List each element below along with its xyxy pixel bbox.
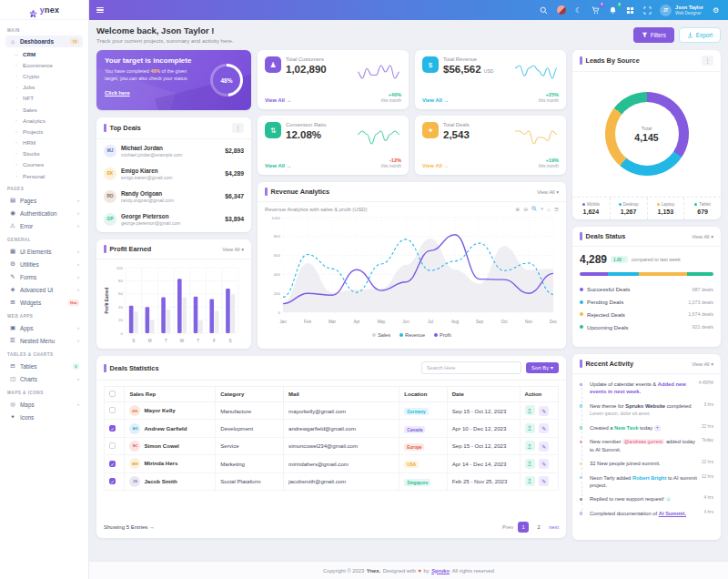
edit-row-button[interactable]: ✎ bbox=[539, 476, 549, 486]
column-header-location[interactable]: Location bbox=[399, 387, 447, 402]
sidebar-item-ui-elements[interactable]: ▦Ui Elements› bbox=[5, 245, 83, 258]
pagination-page-1[interactable]: 1 bbox=[518, 522, 529, 533]
sidebar-item-error[interactable]: ⚠Error› bbox=[5, 219, 83, 232]
target-click-here-link[interactable]: Click here bbox=[105, 90, 130, 96]
export-row-button[interactable] bbox=[525, 405, 535, 415]
activity-item[interactable]: 32 New people joined summit. 22 hrs bbox=[580, 460, 713, 467]
sidebar-subitem-stocks[interactable]: ○Stocks bbox=[12, 148, 83, 159]
reset-home-icon[interactable]: ⌂ bbox=[547, 207, 551, 212]
sidebar-item-advanced-ui[interactable]: ◈Advanced Ui› bbox=[5, 283, 83, 296]
notifications-bell-icon[interactable]: 3 bbox=[608, 5, 618, 15]
stat-view-all-link[interactable]: View All → bbox=[265, 163, 291, 168]
export-row-button[interactable] bbox=[525, 423, 535, 433]
sidebar-item-icons[interactable]: ✦Icons bbox=[5, 411, 83, 423]
sidebar-item-maps[interactable]: ◎Maps› bbox=[5, 398, 83, 411]
activity-item[interactable]: Created a New Task today ✦ 22 hrs bbox=[580, 424, 713, 432]
card-menu-icon[interactable]: ⋮ bbox=[702, 56, 713, 66]
row-checkbox[interactable] bbox=[109, 407, 116, 413]
edit-row-button[interactable]: ✎ bbox=[539, 406, 549, 416]
top-deal-row[interactable]: RO Randy Origoanrandy.origoan@gmail.com … bbox=[96, 185, 251, 208]
legend-item[interactable]: Profit bbox=[434, 332, 451, 338]
edit-row-button[interactable]: ✎ bbox=[539, 442, 549, 452]
fullscreen-icon[interactable] bbox=[642, 5, 652, 15]
zoom-in-icon[interactable]: ⊕ bbox=[515, 207, 520, 212]
legend-item[interactable]: Revenue bbox=[399, 332, 425, 338]
pagination-next[interactable]: next bbox=[549, 524, 559, 530]
column-header-date[interactable]: Date bbox=[447, 387, 520, 402]
sidebar-item-utilities[interactable]: ⚙Utilities› bbox=[5, 258, 83, 270]
export-row-button[interactable] bbox=[525, 459, 535, 469]
activity-item[interactable]: Completed documentation of AI Summit. 4 … bbox=[580, 510, 713, 517]
legend-item[interactable]: Sales bbox=[372, 332, 390, 338]
search-icon[interactable] bbox=[539, 5, 549, 15]
zoom-out-icon[interactable]: ⊖ bbox=[523, 207, 528, 212]
sidebar-subitem-personal[interactable]: ○Personal bbox=[12, 170, 83, 181]
pan-icon[interactable]: ⌖ bbox=[541, 206, 543, 212]
table-search-input[interactable] bbox=[421, 361, 521, 374]
sidebar-subitem-crm[interactable]: —CRM bbox=[12, 48, 83, 59]
sidebar-subitem-courses[interactable]: ○Courses bbox=[12, 159, 83, 170]
cart-icon[interactable]: 5 bbox=[591, 5, 601, 15]
activity-item[interactable]: New theme for Spruko Website completedLo… bbox=[580, 402, 713, 418]
sidebar-subitem-analytics[interactable]: ○Analytics bbox=[12, 115, 83, 126]
sidebar-item-nested-menu[interactable]: ☰Nested Menu› bbox=[5, 334, 83, 347]
card-menu-icon[interactable]: ⋮ bbox=[232, 123, 244, 133]
top-deal-row[interactable]: EK Emigo Kiarenemigo.kiaren@gmail.com $4… bbox=[96, 162, 251, 185]
brand-logo[interactable]: ynex bbox=[0, 0, 88, 20]
menu-toggle-icon[interactable] bbox=[96, 5, 104, 14]
sidebar-item-forms[interactable]: ✎Forms› bbox=[5, 270, 83, 283]
sort-by-button[interactable]: Sort By ▾ bbox=[526, 362, 559, 373]
sidebar-subitem-jobs[interactable]: ○Jobs bbox=[12, 82, 83, 93]
stat-view-all-link[interactable]: View All → bbox=[422, 97, 449, 103]
settings-gear-icon[interactable]: ⚙ bbox=[711, 5, 721, 15]
pagination-prev[interactable]: Prev bbox=[502, 524, 513, 530]
recent-activity-view-all[interactable]: View All ▾ bbox=[692, 361, 713, 367]
pagination-page-2[interactable]: 2 bbox=[533, 522, 544, 533]
sidebar-item-charts[interactable]: ◫Charts› bbox=[5, 372, 83, 385]
vendor-link[interactable]: Spruko bbox=[431, 568, 450, 574]
row-checkbox[interactable]: ✓ bbox=[109, 425, 116, 432]
column-header-mail[interactable]: Mail bbox=[284, 387, 399, 402]
language-flag-icon[interactable] bbox=[556, 5, 566, 15]
apps-grid-icon[interactable] bbox=[625, 5, 635, 15]
top-deal-row[interactable]: MJ Michael Jordanmichael.jordan@example.… bbox=[96, 139, 251, 162]
sidebar-item-tables[interactable]: ⊟Tables3 bbox=[5, 360, 83, 372]
sidebar-item-apps[interactable]: ▣Apps› bbox=[5, 321, 83, 334]
sidebar-item-dashboards[interactable]: ⌂Dashboards12 bbox=[5, 36, 83, 47]
activity-item[interactable]: New member @andreas gurrero added today … bbox=[580, 438, 713, 453]
export-button[interactable]: Export bbox=[679, 27, 721, 43]
select-all-checkbox[interactable] bbox=[109, 391, 116, 397]
activity-item[interactable]: Neon Tarly added Robert Bright to AI sum… bbox=[580, 474, 713, 490]
stat-view-all-link[interactable]: View All → bbox=[422, 163, 449, 168]
sidebar-subitem-sales[interactable]: ○Sales bbox=[12, 104, 83, 115]
edit-row-button[interactable]: ✎ bbox=[539, 423, 549, 433]
dark-mode-moon-icon[interactable]: ☾ bbox=[573, 5, 583, 15]
selection-zoom-icon[interactable] bbox=[531, 206, 537, 212]
sidebar-subitem-hrm[interactable]: ○HRM bbox=[12, 137, 83, 148]
sidebar-subitem-projects[interactable]: ○Projects bbox=[12, 126, 83, 137]
sidebar-item-pages[interactable]: ▤Pages› bbox=[5, 194, 83, 207]
sidebar-item-widgets[interactable]: ⊞WidgetsHot bbox=[5, 296, 83, 309]
column-header-action[interactable]: Action bbox=[520, 387, 558, 402]
edit-row-button[interactable]: ✎ bbox=[539, 459, 549, 469]
activity-item[interactable]: Update of calendar events & Added new ev… bbox=[580, 381, 713, 396]
sidebar-subitem-ecommerce[interactable]: ○Ecommerce bbox=[12, 59, 83, 70]
column-header-category[interactable]: Category bbox=[216, 387, 284, 402]
deals-status-view-all[interactable]: View All ▾ bbox=[692, 234, 713, 239]
export-row-button[interactable] bbox=[525, 441, 535, 451]
row-checkbox[interactable]: ✓ bbox=[109, 478, 116, 484]
export-row-button[interactable] bbox=[525, 476, 535, 486]
top-deal-row[interactable]: GP George Pietersongeorge.pieterson@gmai… bbox=[96, 208, 251, 230]
row-checkbox[interactable] bbox=[109, 442, 116, 449]
activity-item[interactable]: Replied to new support request! ☺ 4 hrs bbox=[580, 495, 713, 503]
filters-button[interactable]: Filters bbox=[633, 27, 674, 43]
user-profile[interactable]: JT Json Taylor Web Designer bbox=[660, 5, 703, 16]
sidebar-subitem-crypto[interactable]: ○Crypto bbox=[12, 70, 83, 81]
revenue-view-all[interactable]: View All ▾ bbox=[537, 189, 559, 195]
column-header-sales-rep[interactable]: Sales Rep bbox=[125, 387, 216, 402]
profit-view-all[interactable]: View All ▾ bbox=[222, 247, 244, 252]
stat-view-all-link[interactable]: View All → bbox=[265, 97, 291, 103]
chart-menu-icon[interactable]: ☰ bbox=[554, 207, 559, 212]
sidebar-subitem-nft[interactable]: ○NFT bbox=[12, 93, 83, 104]
sidebar-item-authentication[interactable]: ◉Authentication› bbox=[5, 207, 83, 219]
